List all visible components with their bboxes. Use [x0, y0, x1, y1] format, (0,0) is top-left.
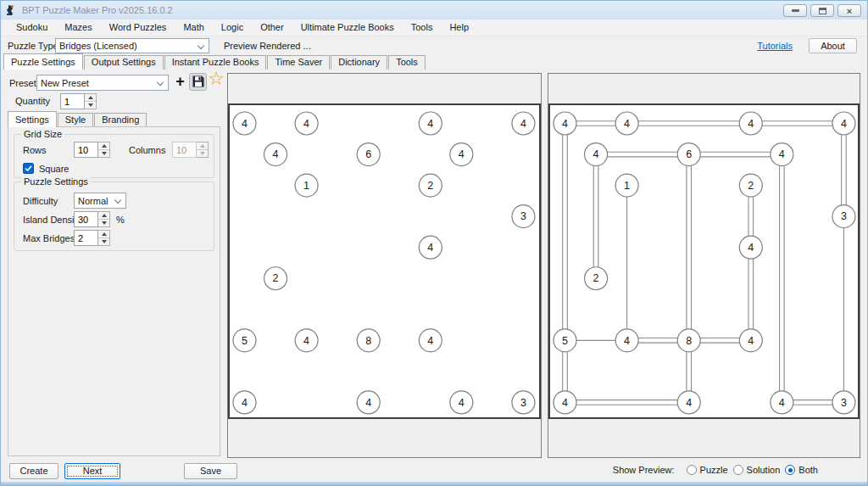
menu-item-help[interactable]: Help — [441, 20, 477, 36]
square-checkbox[interactable] — [23, 163, 34, 174]
island-number: 4 — [427, 242, 433, 254]
add-preset-button[interactable]: + — [173, 74, 187, 90]
menu-item-sudoku[interactable]: Sudoku — [8, 20, 56, 36]
island-number: 2 — [748, 180, 754, 192]
island-number: 2 — [593, 272, 599, 284]
radio-icon[interactable] — [785, 465, 795, 475]
preset-label: Preset — [9, 78, 36, 88]
radio-option-solution[interactable]: Solution — [733, 465, 781, 475]
max-bridges-label: Max Bridges — [23, 233, 75, 243]
floppy-disk-icon — [192, 75, 205, 90]
tutorials-link[interactable]: Tutorials — [757, 41, 793, 51]
quantity-input[interactable] — [60, 93, 85, 109]
menu-item-logic[interactable]: Logic — [213, 20, 252, 36]
max-bridges-spinner-buttons — [98, 230, 110, 246]
puzzle-type-select[interactable]: Bridges (Licensed) — [55, 38, 209, 53]
tab-tools[interactable]: Tools — [388, 55, 426, 70]
columns-stepper — [172, 142, 209, 158]
menu-item-ultimate-puzzle-books[interactable]: Ultimate Puzzle Books — [292, 20, 403, 36]
menu-item-word-puzzles[interactable]: Word Puzzles — [101, 20, 175, 36]
island-number: 3 — [841, 397, 847, 409]
arrow-up-icon — [200, 144, 205, 148]
next-preview-button[interactable]: Next Preview — [64, 463, 120, 479]
minimize-button[interactable] — [783, 4, 807, 17]
chevron-down-icon — [157, 79, 164, 86]
tab-puzzle-settings[interactable]: Puzzle Settings — [3, 53, 83, 70]
subtab-settings[interactable]: Settings — [8, 111, 57, 127]
puzzle-preview-box: 44444641234254844443 — [228, 103, 541, 419]
tab-time-saver[interactable]: Time Saver — [267, 55, 330, 70]
solution-preview-panel: 44444641234254844443 — [548, 73, 860, 458]
radio-option-puzzle[interactable]: Puzzle — [687, 465, 728, 475]
plus-icon: + — [175, 73, 185, 90]
puzzle-settings-group: Puzzle Settings Difficulty Normal Island… — [14, 182, 214, 251]
spin-up-button[interactable] — [85, 94, 96, 101]
save-preset-button[interactable] — [189, 73, 207, 91]
preview-status-text: Preview Rendered ... — [224, 41, 311, 51]
island-density-input[interactable] — [74, 211, 98, 227]
spin-up-button[interactable] — [98, 142, 109, 149]
grid-size-title: Grid Size — [21, 129, 64, 139]
window-title: BPT Puzzle Maker Pro v2025.16.0.2 — [22, 5, 173, 15]
difficulty-label: Difficulty — [23, 196, 58, 206]
close-button[interactable]: × — [837, 4, 861, 17]
island-number: 4 — [303, 118, 309, 130]
island-number: 4 — [624, 335, 630, 347]
island-number: 1 — [624, 180, 630, 192]
square-checkbox-row: Square — [23, 163, 69, 174]
island-number: 4 — [562, 397, 568, 409]
island-number: 4 — [593, 148, 599, 160]
spin-down-button[interactable] — [98, 149, 109, 157]
favorite-preset-button[interactable]: ☆ — [207, 69, 225, 89]
max-bridges-input[interactable] — [74, 230, 98, 246]
difficulty-select[interactable]: Normal — [74, 193, 126, 209]
spin-up-button[interactable] — [98, 231, 109, 237]
save-preview-button[interactable]: Save Preview — [184, 463, 237, 479]
menu-item-mazes[interactable]: Mazes — [56, 20, 100, 36]
about-button[interactable]: About — [809, 38, 857, 53]
show-preview-options: PuzzleSolutionBoth — [682, 465, 818, 475]
island-number: 3 — [520, 210, 526, 222]
settings-tab-page: Grid Size Rows Columns — [8, 126, 220, 456]
island-number: 4 — [562, 118, 568, 130]
preset-select[interactable]: New Preset — [36, 75, 169, 91]
rows-label: Rows — [23, 145, 47, 155]
app-icon — [5, 4, 17, 16]
island-number: 3 — [841, 210, 847, 222]
subtab-branding[interactable]: Branding — [94, 113, 147, 127]
radio-icon[interactable] — [733, 465, 743, 475]
menu-item-other[interactable]: Other — [252, 20, 292, 36]
tab-dictionary[interactable]: Dictionary — [331, 55, 387, 70]
create-button[interactable]: Create — [9, 463, 58, 479]
rows-stepper — [74, 142, 110, 158]
radio-option-both[interactable]: Both — [785, 465, 818, 475]
island-number: 4 — [779, 148, 785, 160]
island-number: 1 — [303, 180, 309, 192]
arrow-down-icon — [102, 152, 107, 155]
tab-output-settings[interactable]: Output Settings — [84, 55, 164, 70]
radio-icon[interactable] — [687, 465, 697, 475]
menu-item-tools[interactable]: Tools — [403, 20, 442, 36]
spin-down-button[interactable] — [98, 237, 109, 245]
menu-item-math[interactable]: Math — [175, 20, 212, 36]
island-number: 4 — [686, 397, 692, 409]
difficulty-value: Normal — [78, 196, 108, 206]
puzzle-type-bar: Puzzle Type Bridges (Licensed) Preview R… — [1, 36, 867, 55]
island-number: 4 — [748, 242, 754, 254]
spin-down-button[interactable] — [98, 219, 109, 226]
island-number: 4 — [748, 335, 754, 347]
quantity-spinner-buttons — [85, 93, 97, 109]
maximize-button[interactable] — [810, 4, 834, 17]
arrow-up-icon — [88, 96, 93, 99]
check-icon — [24, 164, 33, 173]
spin-up-button[interactable] — [98, 212, 109, 219]
panel-header-strip — [548, 74, 860, 103]
rows-input[interactable] — [74, 142, 98, 158]
island-number: 2 — [427, 180, 433, 192]
island-number: 4 — [273, 148, 279, 160]
island-number: 2 — [273, 272, 279, 284]
puzzle-type-label: Puzzle Type — [8, 41, 58, 51]
spin-down-button[interactable] — [85, 101, 96, 109]
rows-spinner-buttons — [98, 142, 110, 158]
subtab-style[interactable]: Style — [58, 113, 93, 127]
